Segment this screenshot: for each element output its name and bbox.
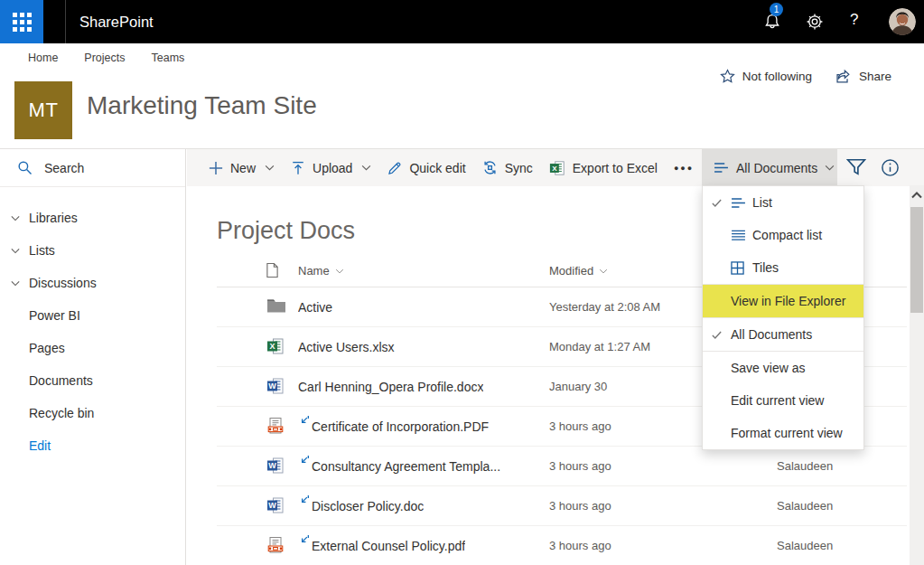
site-logo-tile[interactable]: MT <box>14 81 72 139</box>
star-icon[interactable] <box>720 69 735 84</box>
chevron-down-icon[interactable] <box>11 248 29 254</box>
file-type-column-icon[interactable] <box>266 262 279 278</box>
sidebar-item-libraries[interactable]: Libraries <box>0 202 185 234</box>
view-menu-item-list[interactable]: List <box>703 186 863 219</box>
suite-bar-divider <box>65 0 66 43</box>
sidebar-item-label: Discussions <box>29 276 97 290</box>
menu-item-label: View in File Explorer <box>731 294 845 308</box>
file-name-text: External Counsel Policy.pdf <box>312 539 465 553</box>
upload-button[interactable]: Upload <box>291 161 371 175</box>
notification-count-badge[interactable]: 1 <box>770 3 783 16</box>
info-icon[interactable] <box>881 158 900 177</box>
list-view-icon <box>714 162 729 174</box>
file-name-link[interactable]: Discloser Policy.doc <box>298 486 424 525</box>
breadcrumb-item-teams[interactable]: Teams <box>152 52 185 64</box>
modified-date: 3 hours ago <box>549 486 611 525</box>
column-header-modified[interactable]: Modified <box>549 264 608 278</box>
view-menu-item-view-in-file-explorer[interactable]: View in File Explorer <box>703 285 863 317</box>
sidebar-item-power-bi[interactable]: Power BI <box>0 299 185 332</box>
file-name-link[interactable]: Active <box>298 287 332 326</box>
chevron-down-icon[interactable] <box>11 280 29 287</box>
upload-icon <box>291 161 305 175</box>
menu-item-label: Save view as <box>731 361 805 375</box>
site-title: Marketing Team Site <box>87 91 317 120</box>
table-row[interactable]: WDiscloser Policy.doc3 hours agoSalaudee… <box>217 486 907 526</box>
file-name-text: Active Users.xlsx <box>298 340 395 354</box>
excel-file-icon: X <box>266 337 285 355</box>
modified-date: January 30 <box>549 367 607 406</box>
view-menu-item-save-view-as[interactable]: Save view as <box>703 352 863 384</box>
sidebar-item-edit[interactable]: Edit <box>0 429 185 462</box>
view-menu-item-tiles[interactable]: Tiles <box>703 251 863 284</box>
file-name-text: Active <box>298 300 332 315</box>
file-name-text: Consultancy Agreement Templa... <box>312 459 500 474</box>
quick-edit-button[interactable]: Quick edit <box>387 161 465 175</box>
follow-share-row: Not following Share <box>720 69 891 84</box>
file-name-link[interactable]: Certificate of Incorporation.PDF <box>298 407 489 446</box>
file-name-link[interactable]: Consultancy Agreement Templa... <box>298 447 500 485</box>
share-icon[interactable] <box>835 69 852 84</box>
folder-icon <box>266 297 286 314</box>
sync-button[interactable]: Sync <box>482 160 533 175</box>
sync-icon <box>482 160 498 175</box>
chevron-down-icon <box>825 165 835 171</box>
view-selector-button[interactable]: All Documents <box>702 149 837 186</box>
column-header-name[interactable]: Name <box>298 264 344 278</box>
more-commands-button[interactable]: ●●● <box>674 164 694 173</box>
sidebar-item-documents[interactable]: Documents <box>0 364 185 397</box>
help-icon[interactable]: ? <box>850 11 858 29</box>
new-button[interactable]: New <box>209 161 275 175</box>
view-menu-item-all-documents[interactable]: All Documents <box>703 318 863 351</box>
plus-icon <box>209 161 223 175</box>
command-bar: New Upload Quick edit <box>187 149 924 186</box>
share-button[interactable]: Share <box>859 70 891 83</box>
breadcrumb: HomeProjectsTeams <box>0 43 924 71</box>
sidebar-item-label: Pages <box>29 341 65 355</box>
table-row[interactable]: External Counsel Policy.pdf3 hours agoSa… <box>217 526 907 565</box>
sidebar-item-label: Recycle bin <box>29 406 94 420</box>
app-launcher-button[interactable] <box>0 0 43 43</box>
scrollbar-thumb[interactable] <box>910 207 923 313</box>
pdf-file-icon <box>266 417 285 435</box>
view-menu-item-format-current-view[interactable]: Format current view <box>703 417 863 449</box>
chevron-down-icon[interactable] <box>11 215 29 221</box>
modified-by: Salaudeen <box>777 526 833 565</box>
scroll-up-arrow-icon[interactable] <box>911 192 922 199</box>
modified-date: Monday at 1:27 AM <box>549 327 650 366</box>
suite-bar: SharePoint 1 ? <box>0 0 924 43</box>
svg-text:W: W <box>268 501 276 510</box>
sidebar-item-discussions[interactable]: Discussions <box>0 267 185 299</box>
settings-gear-icon[interactable] <box>806 13 824 31</box>
sidebar-item-recycle-bin[interactable]: Recycle bin <box>0 397 185 429</box>
filter-icon[interactable] <box>846 158 866 176</box>
left-navigation: LibrariesListsDiscussionsPower BIPagesDo… <box>0 149 186 565</box>
user-avatar[interactable] <box>889 8 916 35</box>
view-menu-item-edit-current-view[interactable]: Edit current view <box>703 384 863 417</box>
library-title: Project Docs <box>217 217 355 245</box>
breadcrumb-item-home[interactable]: Home <box>28 52 58 64</box>
sidebar-item-lists[interactable]: Lists <box>0 234 185 267</box>
tiles-icon <box>731 261 752 275</box>
suite-brand-label: SharePoint <box>79 0 154 43</box>
file-name-link[interactable]: Active Users.xlsx <box>298 327 395 366</box>
search-box[interactable] <box>0 149 185 187</box>
search-input[interactable] <box>42 160 154 176</box>
check-icon <box>703 197 731 209</box>
table-row[interactable]: WConsultancy Agreement Templa...3 hours … <box>217 447 907 486</box>
follow-button[interactable]: Not following <box>742 70 812 83</box>
sidebar-item-pages[interactable]: Pages <box>0 332 185 364</box>
modified-date: 3 hours ago <box>549 526 611 565</box>
file-name-link[interactable]: Carl Henning_Opera Profile.docx <box>298 367 483 406</box>
svg-text:W: W <box>268 381 276 391</box>
new-badge-icon <box>298 455 310 466</box>
sidebar-item-label: Lists <box>29 243 55 258</box>
vertical-scrollbar[interactable] <box>910 185 924 565</box>
file-name-link[interactable]: External Counsel Policy.pdf <box>298 526 465 565</box>
sidebar-item-label: Documents <box>29 373 93 388</box>
export-to-excel-button[interactable]: X Export to Excel <box>549 160 658 176</box>
word-file-icon: W <box>266 457 285 475</box>
view-menu-item-compact-list[interactable]: Compact list <box>703 219 863 251</box>
breadcrumb-item-projects[interactable]: Projects <box>84 52 125 64</box>
waffle-icon <box>13 13 32 32</box>
pdf-file-icon <box>266 536 285 554</box>
